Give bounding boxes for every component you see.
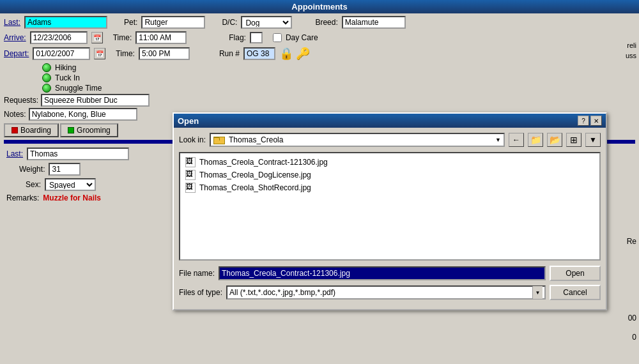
- filetype-combo[interactable]: All (*.txt,*.doc,*.jpg,*.bmp,*.pdf) ▼: [226, 285, 546, 300]
- app-title-bar: Appointments: [0, 0, 639, 13]
- toolbar-newfolder-btn[interactable]: 📁: [528, 133, 543, 147]
- file-icon-2: [185, 183, 196, 193]
- dialog-help-btn[interactable]: ?: [578, 116, 589, 126]
- app-title: Appointments: [291, 2, 347, 11]
- filename-label: File name:: [179, 269, 215, 278]
- dialog-title-bar: Open ? ✕: [174, 114, 606, 128]
- filetype-value: All (*.txt,*.doc,*.jpg,*.bmp,*.pdf): [229, 288, 335, 297]
- dialog-title-buttons: ? ✕: [578, 116, 602, 126]
- modal-overlay: Open ? ✕ Look in: Thomas_Creola ▼: [0, 13, 639, 209]
- file-name-1: Thomas_Creola_DogLicense.jpg: [199, 171, 311, 179]
- file-list[interactable]: Thomas_Creola_Contract-121306.jpg Thomas…: [179, 152, 601, 261]
- file-name-2: Thomas_Creola_ShotRecord.jpg: [199, 183, 311, 192]
- filetype-row: Files of type: All (*.txt,*.doc,*.jpg,*.…: [179, 285, 601, 300]
- dialog-close-btn[interactable]: ✕: [590, 116, 602, 126]
- look-in-row: Look in: Thomas_Creola ▼ ← 📁 📂 ⊞ ▼: [179, 133, 601, 147]
- file-icon-1: [185, 170, 196, 180]
- main-panel: Last: Pet: D/C: Dog Cat Breed: Arrive: 📅…: [0, 13, 639, 209]
- look-in-combo: Thomas_Creola ▼: [210, 133, 505, 147]
- folder-icon: [213, 136, 224, 144]
- toolbar-views-btn[interactable]: ⊞: [566, 133, 581, 147]
- filetype-label: Files of type:: [179, 288, 222, 297]
- filetype-arrow[interactable]: ▼: [532, 286, 543, 299]
- right-text-re: Re: [627, 237, 636, 246]
- file-item-0[interactable]: Thomas_Creola_Contract-121306.jpg: [183, 156, 597, 169]
- dialog-body: Look in: Thomas_Creola ▼ ← 📁 📂 ⊞ ▼: [174, 128, 606, 309]
- toolbar-back-btn[interactable]: ←: [509, 133, 524, 147]
- file-icon-0: [185, 157, 196, 167]
- look-in-label: Look in:: [179, 135, 206, 144]
- filename-input[interactable]: [219, 266, 546, 280]
- filename-row: File name: Open: [179, 266, 601, 281]
- combo-dropdown-arrow[interactable]: ▼: [495, 137, 501, 143]
- toolbar-openfile-btn[interactable]: 📂: [547, 133, 562, 147]
- right-text-00b: 0: [632, 333, 636, 342]
- file-name-0: Thomas_Creola_Contract-121306.jpg: [199, 158, 328, 167]
- cancel-btn[interactable]: Cancel: [550, 285, 601, 300]
- open-btn[interactable]: Open: [550, 266, 601, 281]
- right-text-00: 00: [628, 314, 636, 322]
- file-item-2[interactable]: Thomas_Creola_ShotRecord.jpg: [183, 181, 597, 194]
- toolbar-views-arrow-btn[interactable]: ▼: [585, 133, 601, 147]
- file-item-1[interactable]: Thomas_Creola_DogLicense.jpg: [183, 169, 597, 181]
- dialog-title: Open: [178, 116, 199, 126]
- look-in-folder-input[interactable]: Thomas_Creola ▼: [210, 133, 505, 147]
- open-dialog: Open ? ✕ Look in: Thomas_Creola ▼: [173, 112, 607, 310]
- look-in-value: Thomas_Creola: [229, 135, 283, 144]
